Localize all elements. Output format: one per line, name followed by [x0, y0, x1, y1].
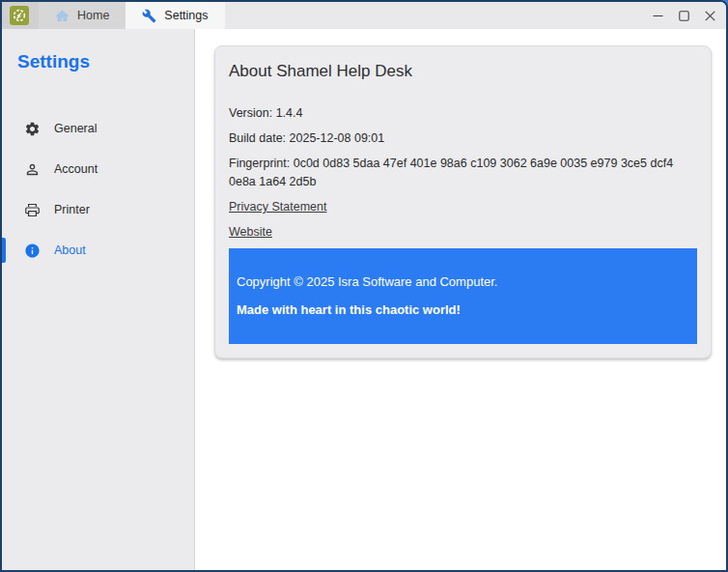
version-text: Version: 1.4.4 — [229, 104, 697, 123]
app-logo-icon — [10, 6, 29, 25]
sidebar-title: Settings — [17, 50, 194, 73]
privacy-statement-link[interactable]: Privacy Statement — [229, 198, 326, 216]
tab-strip: Home Settings — [2, 2, 225, 29]
sidebar-item-account[interactable]: Account — [2, 157, 194, 182]
tagline-text: Made with heart in this chaotic world! — [237, 302, 687, 318]
settings-sidebar: Settings General Account — [2, 29, 195, 570]
copyright-banner: Copyright © 2025 Isra Software and Compu… — [229, 248, 697, 344]
tab-settings[interactable]: Settings — [126, 2, 224, 29]
fingerprint-text: Fingerprint: 0c0d 0d83 5daa 47ef 401e 98… — [229, 155, 683, 191]
sidebar-item-about[interactable]: About — [2, 238, 194, 263]
tab-home[interactable]: Home — [39, 2, 126, 29]
close-button[interactable] — [697, 4, 723, 27]
about-card: About Shamel Help Desk Version: 1.4.4 Bu… — [214, 45, 712, 358]
build-date-text: Build date: 2025-12-08 09:01 — [229, 129, 697, 148]
copyright-text: Copyright © 2025 Isra Software and Compu… — [237, 274, 687, 290]
minimize-button[interactable] — [645, 4, 671, 27]
window-controls — [645, 2, 726, 29]
info-icon — [23, 242, 41, 259]
about-title: About Shamel Help Desk — [229, 60, 697, 83]
selected-item-accent-bar — [2, 238, 6, 263]
tab-settings-label: Settings — [164, 9, 208, 22]
sidebar-item-general[interactable]: General — [2, 116, 194, 141]
sidebar-item-printer[interactable]: Printer — [2, 197, 194, 222]
home-icon — [55, 9, 70, 23]
sidebar-item-label: General — [54, 122, 97, 135]
printer-icon — [23, 201, 41, 218]
wrench-icon — [142, 9, 156, 23]
sidebar-nav: General Account Printer — [2, 116, 194, 263]
main-content: About Shamel Help Desk Version: 1.4.4 Bu… — [195, 29, 726, 570]
sidebar-item-label: About — [54, 243, 86, 257]
tab-home-label: Home — [77, 9, 109, 22]
titlebar: Home Settings — [2, 2, 726, 29]
person-icon — [23, 160, 41, 178]
app-window: Home Settings Se — [0, 0, 728, 572]
sidebar-item-label: Account — [54, 162, 98, 176]
maximize-button[interactable] — [671, 4, 697, 27]
sidebar-item-label: Printer — [54, 203, 90, 216]
gear-icon — [23, 120, 41, 137]
website-link[interactable]: Website — [229, 223, 272, 242]
